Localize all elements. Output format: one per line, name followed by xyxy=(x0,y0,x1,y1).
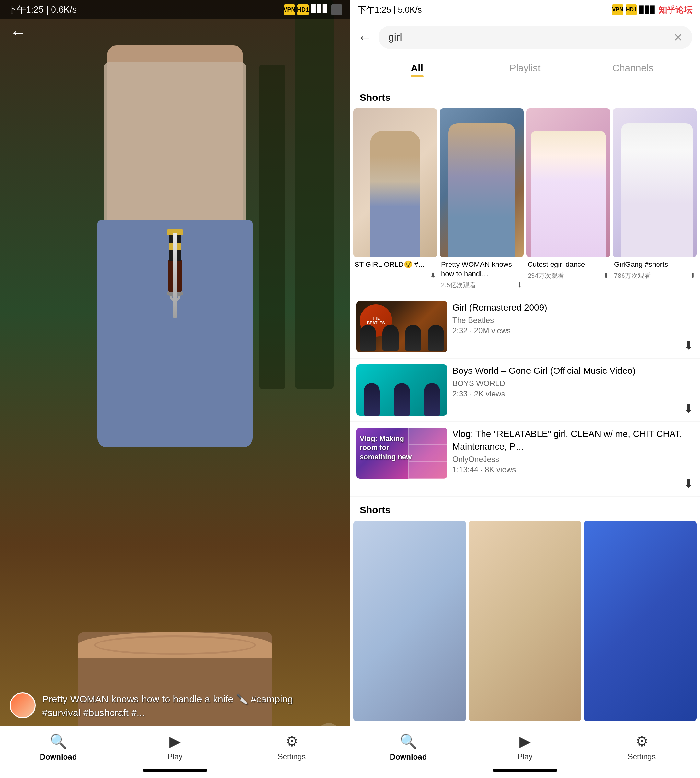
tab-playlist[interactable]: Playlist xyxy=(471,63,579,77)
short-download-icon-1[interactable]: ⬇ xyxy=(430,271,436,280)
right-status-time: 下午1:25 | 5.0K/s xyxy=(358,4,422,15)
video-channel-3: OnlyOneJess xyxy=(452,455,693,464)
short-views-row-4: 786万次观看 ⬇ xyxy=(614,271,695,280)
boysworld-thumbnail-bg xyxy=(357,364,447,416)
short-thumbnail-2 xyxy=(440,108,524,257)
short-download-icon-2[interactable]: ⬇ xyxy=(517,281,522,289)
video-bottom-1: ⬇ xyxy=(452,339,693,352)
short-item-2[interactable]: Pretty WOMAN knows how to handl… 2.5亿次观看… xyxy=(440,108,524,292)
right-nav-download-label: Download xyxy=(390,752,427,761)
video-download-button-1[interactable]: ⬇ xyxy=(684,339,693,352)
video-bottom-3: ⬇ xyxy=(452,477,693,491)
bw-figure-2 xyxy=(394,383,410,416)
hd-icon: HD1 xyxy=(298,4,308,15)
right-nav-download[interactable]: 🔍 Download xyxy=(350,733,467,761)
short-title-2: Pretty WOMAN knows how to handl… xyxy=(441,260,522,279)
right-nav-download-icon: 🔍 xyxy=(400,733,417,750)
vlog-mini-3 xyxy=(408,462,447,479)
bw-figure-3 xyxy=(424,383,440,416)
short-person-figure-2 xyxy=(448,123,515,257)
vlog-overlay-text: Vlog: Makingroom forsomething new xyxy=(360,434,412,462)
right-bottom-nav: 🔍 Download ▶ Play ⚙ Settings xyxy=(350,726,700,778)
right-status-bar: 下午1:25 | 5.0K/s VPN HD1 ▊▊▊ 知乎论坛 xyxy=(350,0,700,20)
short-item-1[interactable]: ST GIRL ORLD😯 #... ⬇ xyxy=(353,108,437,292)
search-clear-button[interactable]: ✕ xyxy=(673,31,682,44)
short-thumbnail-6 xyxy=(468,521,582,721)
tab-channels[interactable]: Channels xyxy=(579,63,687,77)
weibo-logo: 知乎论坛 xyxy=(658,4,692,15)
vlog-thumbnail-bg: Vlog: Makingroom forsomething new xyxy=(357,427,447,479)
video-title-3: Vlog: The "RELATABLE" girl, CLEAN w/ me,… xyxy=(452,427,693,453)
left-back-button[interactable]: ← xyxy=(0,20,350,45)
right-nav-play[interactable]: ▶ Play xyxy=(467,733,583,761)
video-item-2[interactable]: Boys World – Gone Girl (Official Music V… xyxy=(350,359,700,422)
short-thumbnail-7 xyxy=(584,521,697,721)
vlog-mini-2 xyxy=(408,444,447,462)
tab-channels-label: Channels xyxy=(612,63,654,73)
left-nav-underline xyxy=(143,769,207,771)
beatle-3 xyxy=(405,325,421,351)
back-arrow-icon[interactable]: ← xyxy=(10,23,27,42)
beatles-logo-text: THEBEATLES xyxy=(367,316,385,325)
video-download-button-3[interactable]: ⬇ xyxy=(684,477,693,491)
right-vpn-icon: VPN xyxy=(612,4,623,15)
boysworld-figures xyxy=(357,383,447,416)
right-nav-play-label: Play xyxy=(518,752,533,761)
short-thumbnail-5 xyxy=(353,521,466,721)
short-views-3: 234万次观看 xyxy=(528,271,564,280)
right-nav-settings[interactable]: ⚙ Settings xyxy=(583,733,700,761)
left-status-icons: VPN HD1 ▊▊▊ xyxy=(284,4,342,15)
left-nav-play-icon: ▶ xyxy=(170,733,180,750)
stump-rings xyxy=(94,635,256,655)
short-item-4[interactable]: GirlGang #shorts 786万次观看 ⬇ xyxy=(613,108,697,292)
shorts-row-2 xyxy=(350,521,700,725)
short-views-row-3: 234万次观看 ⬇ xyxy=(528,271,609,280)
short-meta-4: GirlGang #shorts 786万次观看 ⬇ xyxy=(613,257,697,283)
vpn-icon: VPN xyxy=(284,4,295,15)
left-video-background[interactable] xyxy=(0,0,350,778)
video-info-3: Vlog: The "RELATABLE" girl, CLEAN w/ me,… xyxy=(452,427,693,491)
search-input-container[interactable]: girl ✕ xyxy=(378,26,692,49)
video-channel-1: The Beatles xyxy=(452,316,693,325)
search-back-button[interactable]: ← xyxy=(358,29,372,45)
short-item-7[interactable] xyxy=(584,521,697,721)
content-area[interactable]: Shorts ST GIRL ORLD😯 #... ⬇ xyxy=(350,84,700,726)
video-item-1[interactable]: THEBEATLES Girl (Remastered 2009) The Be… xyxy=(350,296,700,359)
left-nav-settings[interactable]: ⚙ Settings xyxy=(233,733,350,761)
beatles-thumbnail-bg: THEBEATLES xyxy=(357,301,447,352)
video-caption: Pretty WOMAN knows how to handle a knife… xyxy=(10,693,318,720)
short-meta-3: Cutest egirl dance 234万次观看 ⬇ xyxy=(526,257,610,283)
search-query-text[interactable]: girl xyxy=(388,31,670,43)
channel-avatar[interactable] xyxy=(10,693,36,718)
short-views-2: 2.5亿次观看 xyxy=(441,281,476,289)
left-nav-download-icon: 🔍 xyxy=(50,733,67,750)
battery-icon xyxy=(331,4,342,15)
video-download-button-2[interactable]: ⬇ xyxy=(684,402,693,416)
short-item-3[interactable]: Cutest egirl dance 234万次观看 ⬇ xyxy=(526,108,610,292)
vlog-mini-grid xyxy=(408,427,447,479)
tab-all[interactable]: All xyxy=(363,63,471,77)
left-nav-settings-label: Settings xyxy=(278,752,306,761)
tab-playlist-label: Playlist xyxy=(510,63,540,73)
left-nav-download[interactable]: 🔍 Download xyxy=(0,733,117,761)
short-person-figure-4 xyxy=(621,123,693,257)
short-views-row-1: ⬇ xyxy=(355,271,436,280)
vlog-mini-1 xyxy=(408,427,447,445)
shorts-section-1-label: Shorts xyxy=(350,84,700,108)
tree-decoration-2 xyxy=(259,65,285,389)
short-views-4: 786万次观看 xyxy=(614,271,651,280)
tree-decoration-1 xyxy=(295,0,334,389)
short-download-icon-4[interactable]: ⬇ xyxy=(690,272,695,280)
beatle-2 xyxy=(382,325,398,351)
knife xyxy=(162,155,188,318)
video-channel-2: BOYS WORLD xyxy=(452,379,693,388)
left-nav-play[interactable]: ▶ Play xyxy=(117,733,233,761)
video-item-3[interactable]: Vlog: Makingroom forsomething new Vlog: … xyxy=(350,422,700,497)
short-item-6[interactable] xyxy=(468,521,582,721)
short-download-icon-3[interactable]: ⬇ xyxy=(603,272,609,280)
video-bottom-2: ⬇ xyxy=(452,402,693,416)
beatle-1 xyxy=(360,325,376,351)
beatles-silhouettes xyxy=(357,325,447,351)
short-item-5[interactable] xyxy=(353,521,466,721)
right-status-icons: VPN HD1 ▊▊▊ 知乎论坛 xyxy=(612,4,692,15)
